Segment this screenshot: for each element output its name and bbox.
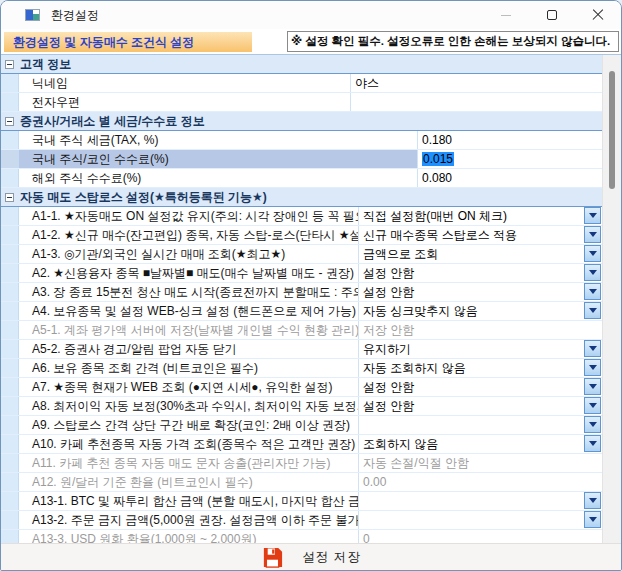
- table-row[interactable]: A6. 보유 종목 조회 간격 (비트코인은 필수) 자동 조회하지 않음: [1, 359, 602, 378]
- table-row[interactable]: A1-1. ★자동매도 ON 설정값 유지(주의: 시각 장애인 등 꼭 필요한…: [1, 207, 602, 226]
- table-row[interactable]: A10. 카페 추천종목 자동 가격 조회(종목수 적은 고객만 권장) 조회하…: [1, 435, 602, 454]
- setting-value: 저장 안함: [359, 321, 602, 339]
- setting-label: A10. 카페 추천종목 자동 가격 조회(종목수 적은 고객만 권장): [19, 435, 359, 453]
- setting-value-editing[interactable]: 0.015: [418, 150, 602, 168]
- dropdown-button[interactable]: [584, 302, 601, 319]
- table-row[interactable]: A4. 보유종목 및 설정 WEB-싱크 설정 (핸드폰으로 제어 가능) 자동…: [1, 302, 602, 321]
- row-gutter: [1, 74, 19, 92]
- chevron-down-icon: [589, 517, 597, 522]
- setting-label: A1-3. ◎기관/외국인 실시간 매매 조회(★최고★): [19, 245, 359, 263]
- close-button[interactable]: [575, 1, 621, 29]
- table-row[interactable]: A8. 최저이익 자동 보정(30%초과 수익시, 최저이익 자동 보정. ★권…: [1, 397, 602, 416]
- settings-dialog: 환경설정 환경설정 및 자동매수 조건식 설정 ※ 설정 확인 필수. 설정오류…: [0, 0, 622, 571]
- dropdown-button[interactable]: [584, 359, 601, 376]
- dropdown-button[interactable]: [584, 283, 601, 300]
- section-header-fees[interactable]: 증권사/거래소 별 세금/수수료 정보: [1, 112, 602, 131]
- setting-label: 닉네임: [19, 74, 351, 92]
- setting-value[interactable]: 설정 안함: [359, 378, 602, 396]
- chevron-down-icon: [589, 346, 597, 351]
- table-row[interactable]: 닉네임 야스: [1, 74, 602, 93]
- close-icon: [592, 9, 604, 21]
- row-gutter: [1, 150, 19, 168]
- scrollbar-thumb[interactable]: [609, 71, 615, 189]
- table-row[interactable]: 전자우편: [1, 93, 602, 112]
- setting-label: A6. 보유 종목 조회 간격 (비트코인은 필수): [19, 359, 359, 377]
- setting-label: A3. 장 종료 15분전 청산 매도 시작(종료전까지 분할매도 : 주의 필…: [19, 283, 359, 301]
- table-row[interactable]: 해외 주식 수수료(%) 0.080: [1, 169, 602, 188]
- dropdown-button[interactable]: [584, 511, 601, 528]
- tab-settings[interactable]: 환경설정 및 자동매수 조건식 설정: [4, 32, 252, 52]
- setting-label: A1-2. ★신규 매수(잔고편입) 종목, 자동 스탑-로스(단타시 ★설정 …: [19, 226, 359, 244]
- minimize-button[interactable]: [483, 1, 529, 29]
- row-gutter: [1, 511, 19, 529]
- setting-label: 해외 주식 수수료(%): [19, 169, 418, 187]
- setting-value[interactable]: 직접 설정함(매번 ON 체크): [359, 207, 602, 225]
- setting-value[interactable]: [351, 93, 602, 111]
- setting-label: A13-1. BTC 및 짜투리 합산 금액 (분할 매도시, 마지막 합산 금…: [19, 492, 359, 510]
- table-row[interactable]: A5-2. 증권사 경고/알림 팝업 자동 닫기 유지하기: [1, 340, 602, 359]
- table-row[interactable]: A3. 장 종료 15분전 청산 매도 시작(종료전까지 분할매도 : 주의 필…: [1, 283, 602, 302]
- setting-value[interactable]: 유지하기: [359, 340, 602, 358]
- dropdown-button[interactable]: [584, 226, 601, 243]
- table-row[interactable]: A1-3. ◎기관/외국인 실시간 매매 조회(★최고★) 금액으로 조회: [1, 245, 602, 264]
- setting-value[interactable]: 금액으로 조회: [359, 245, 602, 263]
- chevron-down-icon: [589, 422, 597, 427]
- setting-value[interactable]: [359, 492, 602, 510]
- dropdown-button[interactable]: [584, 378, 601, 395]
- app-window-icon: [25, 9, 40, 21]
- table-row[interactable]: A9. 스탑로스 간격 상단 구간 배로 확장(코인: 2배 이상 권장): [1, 416, 602, 435]
- maximize-button[interactable]: [529, 1, 575, 29]
- chevron-down-icon: [589, 251, 597, 256]
- table-row[interactable]: A1-2. ★신규 매수(잔고편입) 종목, 자동 스탑-로스(단타시 ★설정 …: [1, 226, 602, 245]
- setting-value[interactable]: 설정 안함: [359, 283, 602, 301]
- setting-label: A5-2. 증권사 경고/알림 팝업 자동 닫기: [19, 340, 359, 358]
- dropdown-button[interactable]: [584, 435, 601, 452]
- collapse-icon[interactable]: [5, 117, 14, 126]
- row-gutter: [1, 169, 19, 187]
- table-row[interactable]: A13-2. 주문 금지 금액(5,000원 권장. 설정금액 이하 주문 불가…: [1, 511, 602, 530]
- setting-value[interactable]: 설정 안함: [359, 397, 602, 415]
- setting-value[interactable]: 0.080: [418, 169, 602, 187]
- table-row[interactable]: A2. ★신용융자 종목 ■날짜별■ 매도(매수 날짜별 매도 - 권장) 설정…: [1, 264, 602, 283]
- chevron-down-icon: [589, 213, 597, 218]
- setting-value[interactable]: 자동 싱크맞추지 않음: [359, 302, 602, 320]
- dropdown-button[interactable]: [584, 245, 601, 262]
- dropdown-button[interactable]: [584, 264, 601, 281]
- save-button-label: 설정 저장: [302, 549, 360, 566]
- section-header-customer[interactable]: 고객 정보: [1, 55, 602, 74]
- setting-value[interactable]: 신규 매수종목 스탑로스 적용: [359, 226, 602, 244]
- setting-value[interactable]: [359, 416, 602, 434]
- table-row-selected[interactable]: 국내 주식/코인 수수료(%) 0.015: [1, 150, 602, 169]
- setting-value[interactable]: 조회하지 않음: [359, 435, 602, 453]
- save-settings-button[interactable]: 설정 저장: [261, 546, 360, 569]
- setting-label: A8. 최저이익 자동 보정(30%초과 수익시, 최저이익 자동 보정. ★권…: [19, 397, 359, 415]
- setting-label: A4. 보유종목 및 설정 WEB-싱크 설정 (핸드폰으로 제어 가능): [19, 302, 359, 320]
- collapse-icon[interactable]: [5, 193, 14, 202]
- dropdown-button[interactable]: [584, 492, 601, 509]
- dropdown-button[interactable]: [584, 397, 601, 414]
- collapse-icon[interactable]: [5, 60, 14, 69]
- setting-value[interactable]: 0.180: [418, 131, 602, 149]
- dropdown-button[interactable]: [584, 207, 601, 224]
- chevron-down-icon: [589, 270, 597, 275]
- row-gutter: [1, 359, 19, 377]
- setting-value[interactable]: 야스: [351, 74, 602, 92]
- row-gutter: [1, 473, 19, 491]
- setting-value[interactable]: [359, 511, 602, 529]
- vertical-scrollbar[interactable]: [602, 55, 621, 543]
- setting-label: A1-1. ★자동매도 ON 설정값 유지(주의: 시각 장애인 등 꼭 필요한…: [19, 207, 359, 225]
- chevron-down-icon: [589, 384, 597, 389]
- chevron-down-icon: [589, 232, 597, 237]
- row-gutter: [1, 226, 19, 244]
- setting-value[interactable]: 자동 조회하지 않음: [359, 359, 602, 377]
- section-header-stoploss[interactable]: 자동 매도 스탑로스 설정(★특허등록된 기능★): [1, 188, 602, 207]
- table-row[interactable]: A13-1. BTC 및 짜투리 합산 금액 (분할 매도시, 마지막 합산 금…: [1, 492, 602, 511]
- table-row[interactable]: 국내 주식 세금(TAX, %) 0.180: [1, 131, 602, 150]
- row-gutter: [1, 207, 19, 225]
- dropdown-button[interactable]: [584, 340, 601, 357]
- chevron-down-icon: [589, 403, 597, 408]
- setting-value: 자동 손절/익절 안함: [359, 454, 602, 472]
- setting-value[interactable]: 설정 안함: [359, 264, 602, 282]
- dropdown-button[interactable]: [584, 416, 601, 433]
- table-row[interactable]: A7. ★종목 현재가 WEB 조회 (●지연 시세●, 유익한 설정) 설정 …: [1, 378, 602, 397]
